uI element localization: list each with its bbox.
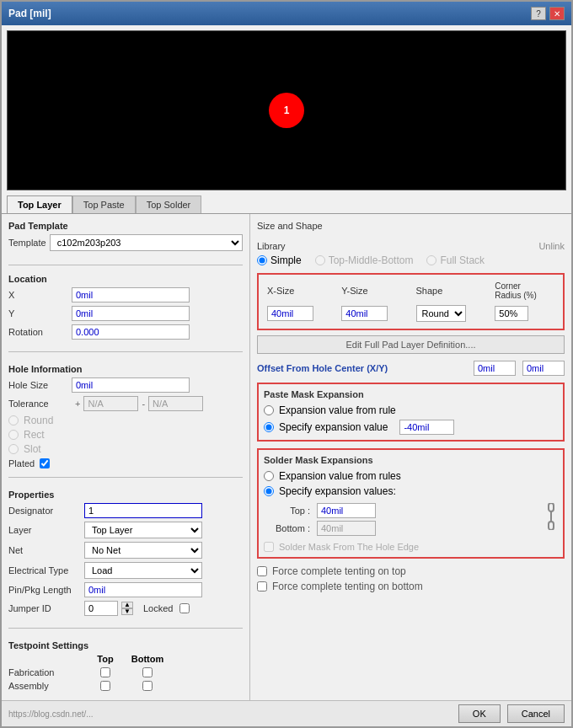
- offset-y-input[interactable]: [522, 361, 565, 376]
- solder-specify-radio[interactable]: [264, 486, 274, 496]
- tab-top-paste[interactable]: Top Paste: [72, 195, 136, 213]
- pin-pkg-row: Pin/Pkg Length 0mil: [8, 582, 243, 597]
- divider-2: [8, 351, 243, 352]
- electrical-label: Electrical Type: [8, 565, 84, 575]
- top-value-input[interactable]: [317, 503, 376, 518]
- locked-checkbox[interactable]: [179, 603, 190, 613]
- tab-top-layer[interactable]: Top Layer: [7, 195, 72, 213]
- full-stack-radio[interactable]: [426, 255, 436, 265]
- plated-row: Plated: [8, 458, 243, 468]
- title-bar: Pad [mil] ? ✕: [2, 2, 571, 25]
- ok-button[interactable]: OK: [458, 704, 501, 723]
- unlink-btn[interactable]: Unlink: [538, 241, 565, 251]
- force-tenting-bottom-label: Force complete tenting on bottom: [272, 581, 423, 592]
- y-size-input[interactable]: [341, 306, 388, 321]
- corner-radius-input[interactable]: [495, 306, 528, 321]
- rect-radio[interactable]: [8, 430, 19, 440]
- assembly-top-check[interactable]: [100, 681, 110, 691]
- cancel-button[interactable]: Cancel: [507, 704, 565, 723]
- fabrication-top-check[interactable]: [100, 667, 110, 677]
- layer-label: Layer: [8, 525, 84, 535]
- tolerance-row: Tolerance + -: [8, 396, 243, 411]
- hole-edge-checkbox[interactable]: [264, 542, 274, 552]
- bottom-value-input[interactable]: [317, 521, 376, 536]
- paste-from-rule-radio[interactable]: [264, 405, 274, 415]
- hole-edge-row: Solder Mask From The Hole Edge: [264, 542, 558, 552]
- layer-row: Layer Top Layer: [8, 522, 243, 538]
- solder-specify-label: Specify expansion values:: [279, 485, 396, 497]
- paste-specify-radio[interactable]: [264, 422, 274, 432]
- tab-top-solder[interactable]: Top Solder: [136, 195, 202, 213]
- pad-template-section: Pad Template Template c102m203p203: [8, 221, 243, 256]
- top-value-row: Top :: [264, 503, 538, 518]
- template-label: Template: [8, 238, 46, 248]
- pin-pkg-value: 0mil: [84, 582, 202, 597]
- assembly-label: Assembly: [8, 681, 84, 691]
- offset-row: Offset From Hole Center (X/Y): [257, 361, 565, 376]
- chain-icon: [544, 504, 558, 529]
- hole-shape-group: Round Rect Slot: [8, 415, 243, 455]
- paste-expansion-input[interactable]: [399, 420, 454, 435]
- net-select[interactable]: No Net: [84, 542, 202, 559]
- edit-full-pad-btn[interactable]: Edit Full Pad Layer Definition....: [257, 335, 565, 354]
- pad-template-title: Pad Template: [8, 221, 243, 231]
- y-input[interactable]: [72, 306, 190, 321]
- rotation-row: Rotation: [8, 324, 243, 340]
- shape-select[interactable]: Round: [416, 305, 466, 322]
- y-size-header: Y-Size: [338, 280, 410, 302]
- x-row: X: [8, 287, 243, 302]
- designator-label: Designator: [8, 506, 84, 516]
- force-tenting-top-label: Force complete tenting on top: [272, 565, 406, 577]
- help-button[interactable]: ?: [531, 7, 546, 20]
- hole-info-title: Hole Information: [8, 364, 243, 374]
- solder-from-rules-radio[interactable]: [264, 471, 274, 481]
- bottom-buttons: OK Cancel: [458, 704, 565, 723]
- round-radio[interactable]: [8, 415, 19, 426]
- x-label: X: [8, 290, 72, 300]
- force-tenting-bottom-check[interactable]: [257, 581, 267, 592]
- force-tenting-top-check[interactable]: [257, 566, 267, 576]
- testpoint-section: Testpoint Settings Top Bottom Fabricatio…: [8, 640, 243, 691]
- offset-label: Offset From Hole Center (X/Y): [257, 363, 467, 373]
- title-bar-buttons: ? ✕: [531, 7, 565, 20]
- simple-radio[interactable]: [257, 255, 267, 265]
- rotation-input[interactable]: [72, 324, 190, 340]
- tolerance-minus-sign: -: [142, 399, 145, 409]
- hole-size-input[interactable]: [72, 377, 190, 393]
- bottom-bar: https://blog.csdn.net/... OK Cancel: [2, 700, 571, 726]
- jumper-input[interactable]: [84, 601, 118, 616]
- y-row: Y: [8, 306, 243, 321]
- fabrication-bottom-cell: [126, 667, 169, 677]
- close-button[interactable]: ✕: [549, 7, 565, 20]
- x-size-header: X-Size: [264, 280, 336, 302]
- jumper-down-btn[interactable]: ▼: [121, 608, 133, 615]
- slot-radio-row: Slot: [8, 443, 243, 455]
- fabrication-label: Fabrication: [8, 667, 84, 677]
- paste-specify-label: Specify expansion value: [279, 421, 388, 433]
- layer-select[interactable]: Top Layer: [84, 522, 202, 538]
- designator-input[interactable]: [84, 503, 202, 518]
- assembly-bottom-check[interactable]: [142, 681, 153, 691]
- top-middle-bottom-radio[interactable]: [315, 255, 325, 265]
- tolerance-plus-input[interactable]: [83, 396, 138, 411]
- offset-x-input[interactable]: [474, 361, 516, 376]
- template-select[interactable]: c102m203p203: [50, 234, 243, 251]
- plated-checkbox[interactable]: [40, 458, 50, 468]
- electrical-select[interactable]: Load: [84, 562, 202, 579]
- pin-pkg-label: Pin/Pkg Length: [8, 585, 84, 595]
- rect-label: Rect: [24, 429, 45, 441]
- top-middle-bottom-label: Top-Middle-Bottom: [329, 254, 414, 266]
- solder-from-rules-label: Expansion value from rules: [279, 470, 401, 482]
- rect-radio-row: Rect: [8, 429, 243, 441]
- tenting-bottom-row: Force complete tenting on bottom: [257, 581, 565, 592]
- location-title: Location: [8, 274, 243, 284]
- divider-3: [8, 477, 243, 478]
- tolerance-minus-input[interactable]: [148, 396, 203, 411]
- hole-size-row: Hole Size: [8, 377, 243, 393]
- x-input[interactable]: [72, 287, 190, 302]
- slot-radio[interactable]: [8, 444, 19, 454]
- x-size-input[interactable]: [267, 306, 313, 321]
- fabrication-bottom-check[interactable]: [142, 667, 153, 677]
- top-bottom-inputs: Top : Bottom :: [264, 500, 538, 538]
- library-name-row: Library: [257, 241, 296, 251]
